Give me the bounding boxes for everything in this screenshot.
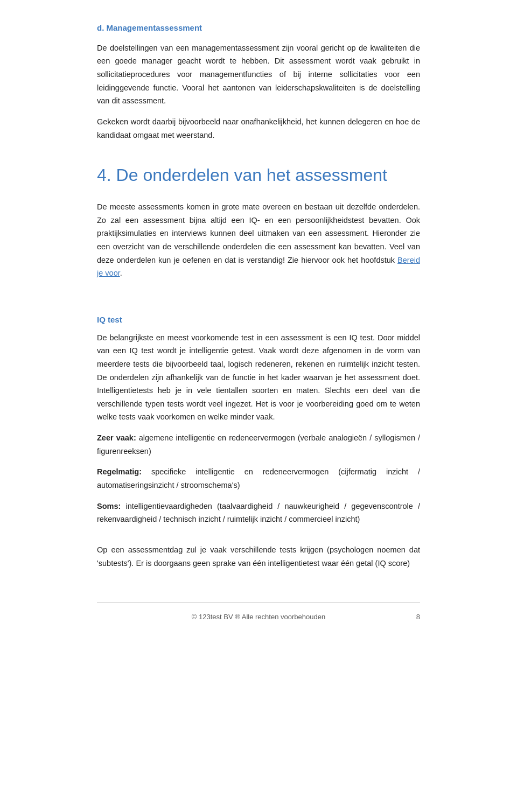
- chapter4-intro: De meeste assessments komen in grote mat…: [97, 200, 420, 280]
- section-d-para1: De doelstellingen van een managementasse…: [97, 41, 420, 108]
- soms-line: Soms: intelligentievaardigheden (taalvaa…: [97, 500, 420, 526]
- zeer-vaak-text: algemene intelligentie en redeneervermog…: [97, 433, 420, 456]
- spacer1: [97, 288, 420, 297]
- spacer2: [97, 534, 420, 543]
- footer-row: © 123test BV ® Alle rechten voorbehouden…: [97, 611, 420, 622]
- soms-text: intelligentievaardigheden (taalvaardighe…: [97, 502, 420, 524]
- regelmatig-line: Regelmatig: specifieke intelligentie en …: [97, 465, 420, 492]
- chapter4-intro-end: .: [120, 269, 122, 277]
- regelmatig-text: specifieke intelligentie en redeneerverm…: [97, 467, 420, 489]
- chapter4-number: 4.: [97, 165, 111, 185]
- iq-para1: De belangrijkste en meest voorkomende te…: [97, 331, 420, 424]
- zeer-vaak-line: Zeer vaak: algemene intelligentie en red…: [97, 431, 420, 458]
- iq-test-heading: IQ test: [97, 313, 420, 327]
- regelmatig-label: Regelmatig:: [97, 467, 142, 476]
- chapter4-heading: 4. De onderdelen van het assessment: [97, 161, 420, 190]
- chapter4-intro-text1: De meeste assessments komen in grote mat…: [97, 202, 420, 264]
- page-footer: © 123test BV ® Alle rechten voorbehouden…: [97, 602, 420, 622]
- section-d-para2: Gekeken wordt daarbij bijvoorbeeld naar …: [97, 115, 420, 142]
- iq-para2: Op een assessmentdag zul je vaak verschi…: [97, 543, 420, 570]
- soms-label: Soms:: [97, 502, 121, 510]
- chapter4-title: De onderdelen van het assessment: [116, 165, 387, 185]
- zeer-vaak-label: Zeer vaak:: [97, 433, 136, 442]
- footer-copyright: © 123test BV ® Alle rechten voorbehouden: [192, 611, 325, 622]
- page-number: 8: [416, 611, 420, 622]
- section-d-heading: d. Managementassessment: [97, 22, 420, 35]
- page-container: d. Managementassessment De doelstellinge…: [65, 0, 452, 655]
